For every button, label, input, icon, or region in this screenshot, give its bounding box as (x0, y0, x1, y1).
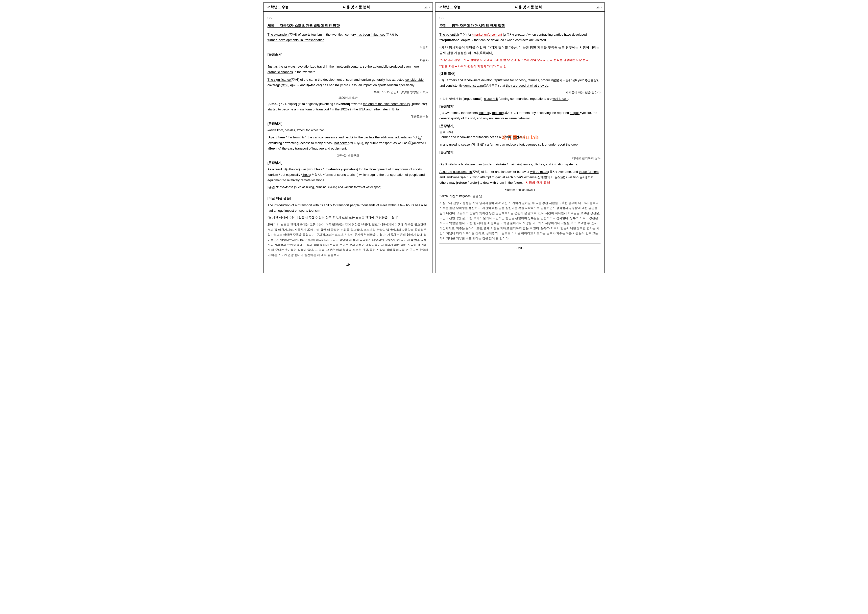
close-knit-para: 긴밀히 맺어진 In [large / small], close-knit f… (439, 96, 600, 101)
well-known-text: well known (553, 97, 568, 101)
left-header: 25학년도 수능 내용 및 지문 분석 고3 (264, 3, 432, 12)
footnote-market: *시장 규제 집행 – 계약 불이행 시 미래의 거래를 할 수 없게 함으로써… (439, 58, 600, 62)
period-label: 1800년대 후반 (268, 96, 429, 100)
right-content: 36. 주제 — 평판 자본에 대한 시장의 규제 집행 The potenti… (436, 12, 604, 256)
left-column: 25학년도 수능 내용 및 지문 분석 고3 35. 제목 — 자동차가 스포츠… (263, 3, 433, 273)
right-header-year: 25학년도 수능 (439, 4, 460, 10)
accurate-text: Accurate assessments (439, 170, 472, 174)
footnote-reputation: **평판 자본 – 사회적 평판이 기업의 가치가 되는 것 (439, 64, 600, 69)
bracket-넣기-2r: [문장넣기] (439, 124, 600, 129)
coverage-text: considerable coverage (268, 78, 424, 87)
underreport-crop: underreport the crop (549, 143, 578, 146)
market-enforcement: *market enforcement (472, 33, 502, 36)
bond-sentence: Farmer and landowner reputations act as … (439, 134, 600, 140)
example-c: (C) Farmers and landowners develop reput… (439, 78, 600, 89)
potential-text: The potential (439, 33, 458, 36)
affording-text: affording (285, 141, 298, 145)
right-header-grade: 고3 (596, 4, 601, 10)
they-are-good: they are good at what they do (506, 84, 548, 87)
is-text: is (503, 33, 505, 36)
growing-season: growing season (449, 143, 471, 146)
market-regulation: 시장의 규제 집행 (525, 181, 550, 185)
left-content: 35. 제목 — 자동차가 스포츠 관광 발달에 미친 영향 The expan… (264, 12, 432, 273)
kor-impact: 특히 스포츠 관광에 상당한 영향을 미쳤다 (268, 90, 429, 95)
overuse-soil: overuse soil (526, 143, 543, 146)
bullet-1: - 계약 당사자들이 계약을 어길 때 가치가 떨어질 가능성이 높은 평판 자… (439, 45, 600, 56)
allowing-text: allowing (268, 146, 281, 150)
problem-35-number: 35. (268, 15, 429, 21)
left-header-grade: 고3 (424, 4, 429, 10)
undermaintain-text: undermaintain (484, 162, 506, 166)
circle-1: ① (418, 136, 422, 140)
next-passage-section: [이글 다음 원문] The introduction of air trans… (268, 193, 429, 220)
korean-passage-35: 20세기의 스포츠 관광의 확대는 교통수단이 더욱 발전되는 것에 영향을 받… (268, 222, 429, 258)
bond-line: 결속, 유대 (439, 130, 600, 134)
page-footer-left: - 19 - (268, 260, 429, 269)
main-sentence-35: The expansion(주어) of sports tourism in t… (268, 32, 429, 43)
bracket-넣기-1: [문장넣기] (268, 121, 429, 126)
invaluable-text: invaluable (325, 167, 341, 171)
will-find: will find (568, 175, 578, 179)
it-car-text: it (307, 83, 308, 87)
ditch-label: * ditch: 개천 ** irrigation: 물을 댐 (439, 194, 600, 199)
significance-para: The significance(주어) of the car in the d… (268, 77, 429, 88)
result-para: As a result, it(=the car) was [worthless… (268, 166, 429, 183)
kor-parallel: ①과 ② 병렬구조 (268, 153, 429, 158)
kor-car-1: 자동차 (268, 45, 429, 50)
right-header-title: 내용 및 지문 분석 (515, 4, 542, 10)
sentence-railways: Just as the railways revolutionized trav… (268, 64, 429, 75)
easy-transport: easy (288, 146, 294, 150)
bond-label: 결속, 유대 (439, 130, 453, 134)
kor-c-label: 자산들이 하는 일을 잘한다 (439, 90, 600, 95)
right-header: 25학년도 수능 내용 및 지문 분석 고3 (436, 3, 604, 12)
빈칸주의: 빈칸주의 (513, 135, 525, 139)
it-car3: it (285, 167, 286, 171)
influenced-text: has been influenced (357, 33, 386, 36)
kor-car-2: 자동차 (268, 58, 429, 63)
its-text: its (301, 135, 305, 139)
circle-2: ② (408, 141, 412, 145)
expansion-text: The expansion (268, 33, 288, 36)
mass-form: a mass form of transport (294, 107, 329, 111)
close-knit-text: close-knit (484, 97, 498, 101)
refuse-text: refuse (457, 181, 467, 185)
right-column: 에듀랩 edu-lab 25학년도 수능 내용 및 지문 분석 고3 36. 주… (435, 3, 605, 273)
reduce-effort: reduce effort (506, 143, 524, 146)
care-label: 제대로 관리하지 않다 (439, 156, 600, 161)
monitor-text: monitor (492, 111, 503, 115)
it-car2: it (411, 102, 413, 106)
growing-season-para: In any growing season(재배 철) / a farmer c… (439, 142, 600, 147)
footnote-those: [원문] *those=those (such as hiking, climb… (268, 185, 429, 190)
output-text: output (570, 111, 579, 115)
reputational-capital: **reputational capital (439, 38, 471, 42)
so-text: so (363, 65, 366, 68)
bracket-넣기-b: [문장넣기] (439, 104, 600, 109)
small-text: small (473, 97, 482, 101)
korean-passage-36: 시장 규제 집행 가능성은 계약 당사자들이 계약 위반 시 가치가 떨어질 수… (439, 201, 600, 241)
next-passage-en: The introduction of air transport with i… (268, 202, 429, 213)
further-developments: further_developments_in_transportation (268, 38, 324, 42)
next-passage-kor: (몇 시간 이내에 수천 마일을 이동할 수 있는 항공 운송의 도입 또한 스… (268, 215, 429, 220)
sentence-b: (B) Over time / landowners indirectly mo… (439, 110, 600, 121)
automobile-text: the automobile (367, 65, 389, 68)
will-be-made: will be made (530, 170, 548, 174)
as-text: as (274, 65, 277, 68)
greater-text: greater (515, 33, 525, 36)
bracket-넣기-2: [문장넣기] (268, 160, 429, 166)
accurate-para: Accurate assessments(주어) of farmer and l… (439, 169, 600, 185)
page-footer-right: - 20 - (439, 243, 600, 253)
aside-text: =aside from, besides, except for, other … (268, 128, 429, 133)
expansion-paren: (주어) (288, 33, 297, 36)
not-served: not served (334, 141, 349, 145)
left-header-title: 내용 및 지문 분석 (343, 4, 370, 10)
indirectly-text: indirectly (479, 111, 491, 115)
those-text: those (302, 173, 310, 177)
bracket-순서: [문장순서] (268, 52, 429, 57)
invented-choice: invented (336, 102, 349, 106)
dramatic-text: even more dramatic changes (268, 65, 419, 74)
example-label: (예를 들어) (439, 71, 600, 76)
apart-from: Apart from (268, 135, 285, 139)
although-para: [Although / Despite] (it is) originally … (268, 101, 429, 112)
sentence-a: (A) Similarly, a landowner can [undermai… (439, 162, 600, 167)
apart-para: [Apart from / Far from] its(=the car) co… (268, 135, 429, 151)
